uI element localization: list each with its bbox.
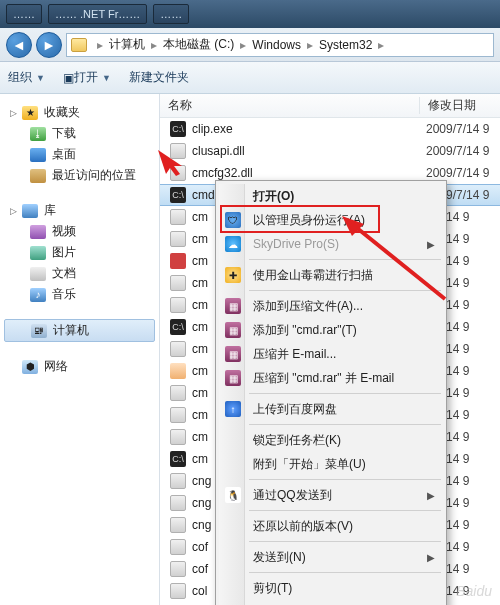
star-icon: ★ [22, 106, 38, 120]
col-name[interactable]: 名称 [160, 97, 420, 114]
ctx-upload-baidu[interactable]: ↑上传到百度网盘 [219, 397, 443, 421]
window-titlebar: …… …… .NET Fr…… …… [0, 0, 500, 28]
music-icon: ♪ [30, 288, 46, 302]
nav-back-button[interactable]: ◄ [6, 32, 32, 58]
file-date: 2009/7/14 9 [426, 166, 489, 180]
baidu-icon: ↑ [225, 401, 241, 417]
file-icon: C:\ [170, 121, 186, 137]
toolbar: 组织▼ ▣ 打开▼ 新建文件夹 [0, 62, 500, 94]
rar-icon: ▦ [225, 322, 241, 338]
toolbar-organize[interactable]: 组织▼ [8, 69, 45, 86]
sidebar-libraries[interactable]: ▷库 [0, 200, 159, 221]
file-icon [170, 209, 186, 225]
sidebar: ▷★收藏夹 ⭳下载 桌面 最近访问的位置 ▷库 视频 图片 文档 ♪音乐 🖳计算… [0, 94, 160, 605]
shield-icon: 🛡 [225, 212, 241, 228]
file-icon [170, 363, 186, 379]
sidebar-downloads[interactable]: ⭳下载 [0, 123, 159, 144]
ctx-send-to[interactable]: 发送到(N)▶ [219, 545, 443, 569]
ctx-copy[interactable]: 复制(C) [219, 600, 443, 605]
rar-icon: ▦ [225, 298, 241, 314]
col-date[interactable]: 修改日期 [420, 97, 500, 114]
video-icon [30, 225, 46, 239]
file-name: clip.exe [192, 122, 426, 136]
ctx-pin-taskbar[interactable]: 锁定到任务栏(K) [219, 428, 443, 452]
ctx-pin-start[interactable]: 附到「开始」菜单(U) [219, 452, 443, 476]
desktop-icon [30, 148, 46, 162]
nav-forward-button[interactable]: ► [36, 32, 62, 58]
sidebar-music[interactable]: ♪音乐 [0, 284, 159, 305]
antivirus-icon: ✚ [225, 267, 241, 283]
sidebar-pictures[interactable]: 图片 [0, 242, 159, 263]
sidebar-desktop[interactable]: 桌面 [0, 144, 159, 165]
taskbar-tab-1[interactable]: …… [6, 4, 42, 24]
file-name: cmcfg32.dll [192, 166, 426, 180]
network-icon: ⬢ [22, 360, 38, 374]
sidebar-recent[interactable]: 最近访问的位置 [0, 165, 159, 186]
sidebar-network[interactable]: ⬢网络 [0, 356, 159, 377]
file-icon [170, 143, 186, 159]
ctx-compress-email[interactable]: ▦压缩并 E-mail... [219, 342, 443, 366]
ctx-add-archive[interactable]: ▦添加到压缩文件(A)... [219, 294, 443, 318]
file-icon [170, 297, 186, 313]
file-icon [170, 385, 186, 401]
taskbar-tab-3[interactable]: …… [153, 4, 189, 24]
rar-icon: ▦ [225, 370, 241, 386]
document-icon [30, 267, 46, 281]
file-icon [170, 231, 186, 247]
skydrive-icon: ☁ [225, 236, 241, 252]
crumb-drive[interactable]: 本地磁盘 (C:) [161, 36, 236, 53]
file-row[interactable]: clusapi.dll2009/7/14 9 [160, 140, 500, 162]
file-date: 2009/7/14 9 [426, 122, 489, 136]
picture-icon [30, 246, 46, 260]
file-icon [170, 539, 186, 555]
file-icon [170, 561, 186, 577]
context-menu: 打开(O) 🛡以管理员身份运行(A) ☁SkyDrive Pro(S)▶ ✚使用… [215, 180, 447, 605]
sidebar-favorites[interactable]: ▷★收藏夹 [0, 102, 159, 123]
file-icon [170, 341, 186, 357]
sidebar-videos[interactable]: 视频 [0, 221, 159, 242]
ctx-skydrive[interactable]: ☁SkyDrive Pro(S)▶ [219, 232, 443, 256]
ctx-restore-versions[interactable]: 还原以前的版本(V) [219, 514, 443, 538]
file-icon [170, 429, 186, 445]
ctx-add-to-cmd-rar[interactable]: ▦添加到 "cmd.rar"(T) [219, 318, 443, 342]
crumb-system32[interactable]: System32 [317, 38, 374, 52]
crumb-windows[interactable]: Windows [250, 38, 303, 52]
file-icon: C:\ [170, 319, 186, 335]
taskbar-tab-2[interactable]: …… .NET Fr…… [48, 4, 147, 24]
ctx-cut[interactable]: 剪切(T) [219, 576, 443, 600]
file-icon [170, 253, 186, 269]
file-icon: C:\ [170, 187, 186, 203]
breadcrumb[interactable]: ▸ 计算机 ▸ 本地磁盘 (C:) ▸ Windows ▸ System32 ▸ [66, 33, 494, 57]
file-date: 2009/7/14 9 [426, 144, 489, 158]
ctx-open[interactable]: 打开(O) [219, 184, 443, 208]
qq-icon: 🐧 [225, 487, 241, 503]
sidebar-computer[interactable]: 🖳计算机 [4, 319, 155, 342]
file-icon: C:\ [170, 451, 186, 467]
computer-icon: 🖳 [31, 324, 47, 338]
file-name: clusapi.dll [192, 144, 426, 158]
address-bar: ◄ ► ▸ 计算机 ▸ 本地磁盘 (C:) ▸ Windows ▸ System… [0, 28, 500, 62]
ctx-qq-send[interactable]: 🐧通过QQ发送到▶ [219, 483, 443, 507]
file-icon [170, 275, 186, 291]
sidebar-documents[interactable]: 文档 [0, 263, 159, 284]
file-icon [170, 473, 186, 489]
rar-icon: ▦ [225, 346, 241, 362]
toolbar-newfolder[interactable]: 新建文件夹 [129, 69, 189, 86]
list-header: 名称 修改日期 [160, 94, 500, 118]
ctx-run-as-admin[interactable]: 🛡以管理员身份运行(A) [219, 208, 443, 232]
file-icon [170, 517, 186, 533]
file-icon [170, 407, 186, 423]
file-icon [170, 495, 186, 511]
ctx-compress-cmd-email[interactable]: ▦压缩到 "cmd.rar" 并 E-mail [219, 366, 443, 390]
ctx-antivirus-scan[interactable]: ✚使用金山毒霸进行扫描 [219, 263, 443, 287]
file-icon [170, 583, 186, 599]
toolbar-open[interactable]: ▣ 打开▼ [63, 69, 111, 86]
download-icon: ⭳ [30, 127, 46, 141]
library-icon [22, 204, 38, 218]
watermark: Baidu [456, 583, 492, 599]
folder-icon [71, 38, 87, 52]
file-row[interactable]: C:\clip.exe2009/7/14 9 [160, 118, 500, 140]
recent-icon [30, 169, 46, 183]
crumb-computer[interactable]: 计算机 [107, 36, 147, 53]
file-icon [170, 165, 186, 181]
